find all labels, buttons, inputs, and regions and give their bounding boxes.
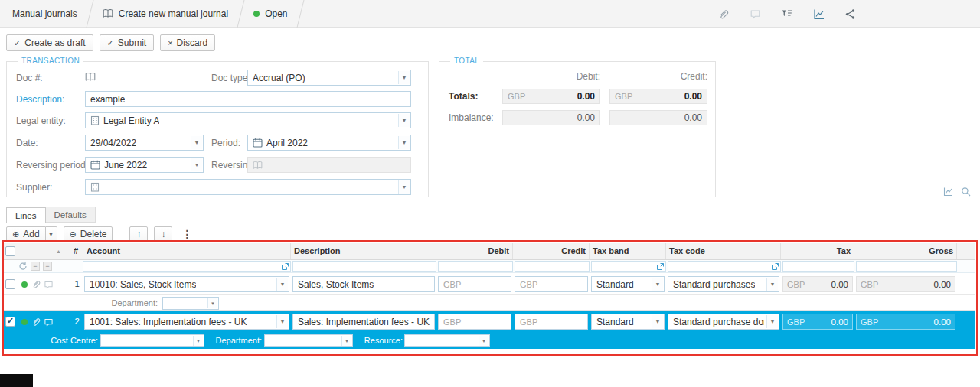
cost-centre-label: Cost Centre: [24,336,98,345]
period-select[interactable]: April 2022 ▼ [247,135,411,151]
chevron-down-icon: ▼ [398,114,410,127]
journal-icon [85,72,96,82]
chevron-down-icon: ▼ [652,315,663,328]
attachment-icon[interactable] [31,317,41,327]
breadcrumb-create-journal[interactable]: Create new manual journal [90,0,240,28]
taxband-filter-input[interactable] [591,261,666,272]
journal-icon [253,161,263,170]
doc-type-select[interactable]: Accrual (PO) ▼ [247,70,411,86]
debit-input[interactable]: GBP [438,314,511,330]
analytics-icon[interactable] [813,8,825,20]
discard-button[interactable]: × Discard [160,34,215,51]
open-filter-icon[interactable] [281,262,289,271]
open-filter-icon[interactable] [771,262,779,271]
comment-icon[interactable] [44,280,54,290]
department-select[interactable]: ▼ [264,334,353,347]
reversing-period-select[interactable]: June 2022 ▼ [85,157,204,173]
breadcrumb-label: Create new manual journal [119,8,228,19]
cost-centre-select[interactable]: ▼ [100,334,204,347]
gross-amount-field: GBP 0.00 [856,314,956,330]
account-select[interactable]: 1001: Sales: Implementation fees - UK ▼ [84,314,289,330]
credit-input[interactable]: GBP [514,276,588,292]
column-header-debit[interactable]: Debit [436,243,513,259]
column-header-gross[interactable]: Gross [854,243,957,259]
status-dot-icon [21,319,28,325]
column-header-taxband[interactable]: Tax band [590,243,666,259]
gross-filter-input[interactable] [856,261,957,272]
chevron-down-icon: ▼ [398,180,410,194]
tab-defaults[interactable]: Defaults [46,207,96,223]
search-icon[interactable] [961,187,971,197]
taxcode-filter-input[interactable] [668,261,781,272]
filter-rows-icon[interactable] [781,8,793,19]
description-input[interactable]: example [85,91,411,107]
lines-tabstrip: Lines Defaults [6,207,980,223]
table-row[interactable]: 1 10010: Sales, Stock Items ▼ Sales, Sto… [3,273,975,295]
share-icon[interactable] [844,8,856,20]
chevron-down-icon: ▼ [48,232,54,237]
resource-label: Resource: [357,336,403,345]
column-header-account[interactable]: Account [83,243,291,259]
action-toolbar: ✓ Create as draft ✓ Submit × Discard [6,34,215,51]
collapse-button[interactable]: − [43,262,52,271]
chart-icon[interactable] [943,187,953,197]
delete-line-button[interactable]: ⊖ Delete [64,226,113,242]
breadcrumb-bar: Manual journals Create new manual journa… [0,0,980,28]
description-filter-input[interactable] [292,261,436,272]
row-checkbox[interactable] [5,279,15,289]
column-header-tax[interactable]: Tax [781,243,854,259]
line-number: 2 [64,317,80,326]
add-line-button[interactable]: ⊕ Add [6,226,46,242]
total-section: TOTAL Debit: Credit: Totals: GBP 0.00 GB… [439,61,716,197]
submit-button[interactable]: ✓ Submit [100,34,155,51]
move-up-button[interactable]: ↑ [129,226,148,242]
open-filter-icon[interactable] [656,262,665,271]
more-options-button[interactable]: ⋮ [178,228,195,240]
taxband-select[interactable]: Standard ▼ [591,276,665,292]
comment-icon[interactable] [750,8,761,20]
chevron-down-icon: ▼ [191,158,202,171]
resource-select[interactable]: ▼ [404,334,490,347]
debit-filter-input[interactable] [438,261,513,272]
debit-input[interactable]: GBP [438,276,511,292]
account-select[interactable]: 10010: Sales, Stock Items ▼ [84,276,289,292]
account-filter-input[interactable] [83,261,291,272]
kebab-icon: ⋮ [181,228,192,240]
description-input[interactable]: Sales, Stock Items [292,276,435,292]
comment-icon[interactable] [44,317,54,327]
credit-input[interactable]: GBP [514,314,588,330]
taxband-select[interactable]: Standard ▼ [591,314,665,330]
column-header-credit[interactable]: Credit [513,243,590,259]
column-header-taxcode[interactable]: Tax code [666,243,781,259]
building-icon [90,115,100,125]
attachment-icon[interactable] [718,8,730,20]
select-all-checkbox[interactable] [5,246,15,256]
create-draft-button[interactable]: ✓ Create as draft [6,34,93,51]
refresh-icon[interactable] [18,262,28,271]
taxcode-select[interactable]: Standard purchases ▼ [668,276,779,292]
table-row-selected[interactable]: 2 1001: Sales: Implementation fees - UK … [3,311,975,333]
breadcrumb-manual-journals[interactable]: Manual journals [0,0,90,28]
date-select[interactable]: 29/04/2022 ▼ [85,135,204,151]
arrow-down-icon: ↓ [161,229,165,239]
transaction-section: TRANSACTION Doc #: Doc type: Accrual (PO… [6,61,429,197]
tax-filter-input[interactable] [782,261,854,272]
move-down-button[interactable]: ↓ [154,226,172,242]
row-checkbox[interactable] [5,317,15,327]
add-options-dropdown[interactable]: ▼ [46,226,57,242]
reversing-period-label: Reversing period: [16,160,88,171]
taxcode-select[interactable]: Standard purchase domestic ▼ [668,314,779,330]
column-header-description[interactable]: Description [291,243,436,259]
status-crumb[interactable]: Open [241,0,299,28]
column-header-num[interactable]: # [63,243,81,259]
tab-lines[interactable]: Lines [6,207,46,223]
credit-filter-input[interactable] [514,261,590,272]
legal-entity-select[interactable]: Legal Entity A ▼ [85,112,411,128]
collapse-button[interactable]: − [31,262,40,271]
attachment-icon[interactable] [31,279,41,289]
status-dot-icon [21,281,28,288]
department-select[interactable]: ▼ [162,297,219,310]
journal-icon [103,8,113,18]
description-input[interactable]: Sales: Implementation fees - UK [292,314,435,330]
supplier-select[interactable]: ▼ [85,179,411,195]
